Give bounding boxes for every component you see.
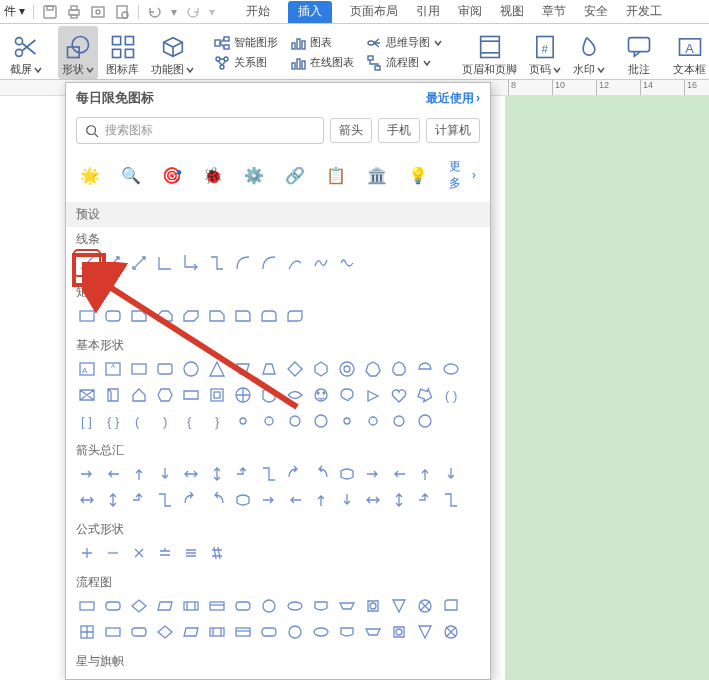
shape-item[interactable]: ( [128, 410, 150, 432]
shape-item[interactable] [154, 595, 176, 617]
shape-item[interactable] [414, 463, 436, 485]
featured-icon[interactable]: 🎯 [162, 165, 182, 185]
shape-item[interactable] [206, 621, 228, 643]
shape-item[interactable] [154, 542, 176, 564]
shape-curve-double[interactable] [284, 252, 306, 274]
shape-item[interactable] [180, 358, 202, 380]
shape-item[interactable] [206, 463, 228, 485]
shape-item[interactable] [128, 489, 150, 511]
shape-item[interactable] [258, 595, 280, 617]
shape-item[interactable] [284, 384, 306, 406]
shape-item[interactable] [362, 489, 384, 511]
shape-item[interactable] [258, 358, 280, 380]
shape-item[interactable]: A [76, 358, 98, 380]
shape-item[interactable] [284, 410, 306, 432]
ribbon-pagenum[interactable]: # 页码 [525, 26, 565, 79]
shape-item[interactable] [128, 595, 150, 617]
shape-item[interactable] [284, 463, 306, 485]
shape-item[interactable] [336, 463, 358, 485]
shape-item[interactable] [362, 410, 384, 432]
shape-item[interactable] [76, 542, 98, 564]
shape-item[interactable] [180, 463, 202, 485]
shape-item[interactable] [362, 595, 384, 617]
shape-item[interactable] [154, 463, 176, 485]
featured-icon[interactable]: 🐞 [203, 165, 223, 185]
shape-snip1[interactable] [128, 305, 150, 327]
shape-item[interactable] [258, 410, 280, 432]
shape-item[interactable] [440, 358, 462, 380]
shape-item[interactable] [258, 489, 280, 511]
shape-item[interactable] [232, 489, 254, 511]
shape-item[interactable] [336, 595, 358, 617]
shape-item[interactable] [284, 595, 306, 617]
shape-item[interactable] [258, 463, 280, 485]
shape-item[interactable] [232, 463, 254, 485]
shape-item[interactable] [258, 384, 280, 406]
shape-item[interactable] [206, 595, 228, 617]
shape-roundrect[interactable] [102, 305, 124, 327]
shape-item[interactable] [440, 621, 462, 643]
shape-item[interactable] [154, 358, 176, 380]
shape-item[interactable] [336, 358, 358, 380]
shape-item[interactable]: [ ] [76, 410, 98, 432]
shape-item[interactable] [102, 384, 124, 406]
ribbon-relation[interactable]: 关系图 [210, 54, 282, 72]
document-canvas[interactable] [505, 96, 709, 680]
shape-scribble[interactable] [336, 252, 358, 274]
shape-item[interactable] [128, 621, 150, 643]
shape-item[interactable] [76, 384, 98, 406]
shape-round2diag[interactable] [284, 305, 306, 327]
tag-phone[interactable]: 手机 [378, 118, 420, 143]
shape-item[interactable]: { } [102, 410, 124, 432]
more-icons-link[interactable]: 更多› [449, 158, 476, 192]
shape-freeform[interactable] [310, 252, 332, 274]
shapes-scroll[interactable]: 线条 矩形 基本形状 AA( ) [66, 227, 490, 679]
shape-item[interactable] [310, 384, 332, 406]
shape-item[interactable] [362, 621, 384, 643]
tag-computer[interactable]: 计算机 [426, 118, 480, 143]
featured-icon[interactable]: 🔗 [285, 165, 305, 185]
shape-item[interactable] [206, 542, 228, 564]
tab-start[interactable]: 开始 [246, 3, 270, 23]
shape-item[interactable] [310, 489, 332, 511]
shape-item[interactable] [336, 621, 358, 643]
ribbon-shapes[interactable]: 形状 [58, 26, 98, 79]
featured-icon[interactable]: 🌟 [80, 165, 100, 185]
shape-item[interactable] [180, 595, 202, 617]
shape-item[interactable] [388, 489, 410, 511]
search-input[interactable]: 搜索图标 [76, 117, 324, 144]
ribbon-mindmap[interactable]: 思维导图 [362, 34, 446, 52]
shape-item[interactable] [76, 621, 98, 643]
shape-item[interactable] [76, 489, 98, 511]
shape-item[interactable] [440, 489, 462, 511]
shape-item[interactable] [154, 384, 176, 406]
shape-item[interactable]: A [102, 358, 124, 380]
ribbon-flowchart[interactable]: 流程图 [362, 54, 446, 72]
ribbon-screenshot[interactable]: 截屏 [6, 26, 46, 79]
shape-item[interactable] [128, 542, 150, 564]
featured-icon[interactable]: 💡 [408, 165, 428, 185]
shape-rect[interactable] [76, 305, 98, 327]
shape-snip2[interactable] [154, 305, 176, 327]
shape-item[interactable] [336, 410, 358, 432]
shape-item[interactable] [154, 489, 176, 511]
ribbon-iconlib[interactable]: 图标库 [102, 26, 143, 79]
shape-item[interactable] [102, 621, 124, 643]
shape-item[interactable] [310, 410, 332, 432]
shape-item[interactable] [388, 358, 410, 380]
shape-item[interactable] [76, 595, 98, 617]
shape-item[interactable] [414, 358, 436, 380]
shape-item[interactable]: ) [154, 410, 176, 432]
shape-item[interactable]: { [180, 410, 202, 432]
shape-item[interactable] [388, 410, 410, 432]
shape-item[interactable] [128, 358, 150, 380]
shape-item[interactable] [284, 621, 306, 643]
ribbon-funcimg[interactable]: 功能图 [147, 26, 198, 79]
shape-item[interactable] [102, 463, 124, 485]
shape-item[interactable] [310, 463, 332, 485]
tab-insert[interactable]: 插入 [288, 1, 332, 23]
ribbon-comment[interactable]: 批注 [621, 26, 657, 79]
tag-arrow[interactable]: 箭头 [330, 118, 372, 143]
shape-item[interactable] [206, 384, 228, 406]
shape-item[interactable] [232, 595, 254, 617]
